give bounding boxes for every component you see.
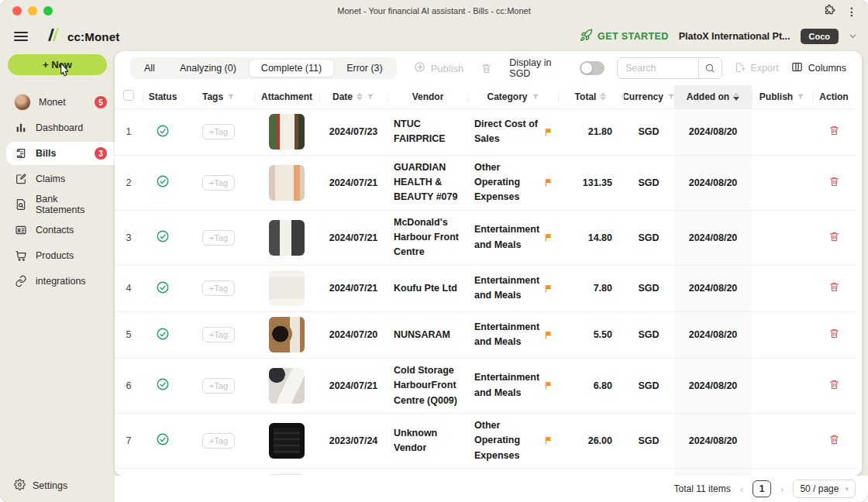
sidebar-item-bank-statements[interactable]: Bank Statements [0, 193, 115, 216]
sidebar-item-dashboard[interactable]: Dashboard [0, 116, 115, 139]
next-page-button[interactable]: › [779, 483, 785, 495]
filter-icon[interactable] [532, 93, 539, 101]
search-icon[interactable] [698, 58, 722, 78]
contacts-icon [14, 224, 28, 236]
close-window-button[interactable] [12, 6, 22, 15]
delete-bill-button[interactable] [828, 125, 840, 136]
table-row[interactable]: 1 +Tag 2024/07/23 NTUC FAIRPRICE Direct … [115, 108, 856, 155]
table-row[interactable]: 8 +Tag 2024/07/17 云上贵州 Subscriptions 68.… [115, 469, 856, 476]
flag-icon[interactable] [543, 127, 553, 137]
status-complete-icon [156, 286, 170, 297]
export-button[interactable]: Export [735, 62, 779, 75]
status-complete-icon [156, 235, 170, 246]
filter-icon[interactable] [367, 93, 374, 101]
user-badge[interactable]: Coco [801, 29, 839, 44]
sidebar-item-bills[interactable]: Bills 3 [6, 142, 115, 165]
menu-icon[interactable] [14, 32, 28, 41]
browser-menu-icon[interactable]: ⋮ [846, 5, 857, 18]
bill-total: 26.00 [588, 435, 612, 446]
filter-icon[interactable] [797, 93, 804, 101]
minimize-window-button[interactable] [28, 6, 37, 15]
get-started-button[interactable]: GET STARTED [580, 29, 669, 44]
table-row[interactable]: 6 +Tag 2024/07/21 Cold Storage HarbourFr… [115, 358, 856, 413]
sidebar-item-claims[interactable]: Claims [0, 167, 115, 191]
prev-page-button[interactable]: ‹ [739, 483, 745, 495]
attachment-thumbnail[interactable] [269, 165, 305, 201]
bill-total: 131.35 [583, 177, 612, 188]
bill-date: 2024/07/21 [329, 283, 378, 294]
sort-icon-active[interactable] [733, 92, 739, 101]
flag-icon[interactable] [543, 330, 553, 340]
new-button[interactable]: + New [8, 54, 107, 75]
table-row[interactable]: 7 +Tag 2023/07/24 Unknown Vendor Other O… [115, 413, 856, 468]
sidebar-item-settings[interactable]: Settings [14, 479, 67, 493]
add-tag-button[interactable]: +Tag [202, 124, 235, 139]
add-tag-button[interactable]: +Tag [202, 280, 235, 296]
col-currency: Currency [622, 91, 663, 102]
flag-icon[interactable] [543, 284, 553, 294]
display-in-sgd-toggle[interactable] [580, 61, 604, 75]
bill-currency: SGD [638, 232, 659, 243]
bill-currency: SGD [638, 177, 659, 188]
attachment-thumbnail[interactable] [269, 368, 305, 404]
flag-icon[interactable] [543, 380, 553, 390]
tab-all[interactable]: All [132, 59, 167, 77]
add-tag-button[interactable]: +Tag [202, 327, 235, 342]
delete-bill-button[interactable] [828, 328, 840, 339]
table-row[interactable]: 4 +Tag 2024/07/21 Koufu Pte Ltd Entertai… [115, 265, 856, 311]
select-all-checkbox[interactable] [123, 90, 134, 101]
delete-bill-button[interactable] [828, 434, 840, 445]
attachment-thumbnail[interactable] [269, 114, 305, 150]
delete-bill-button[interactable] [828, 231, 840, 242]
flag-icon[interactable] [543, 435, 553, 445]
organization-name[interactable]: PlatoX International Pt... [679, 31, 790, 42]
add-tag-button[interactable]: +Tag [202, 175, 235, 191]
brand: cc:Monet [45, 27, 119, 46]
publish-icon [414, 61, 425, 75]
publish-button[interactable]: Publish [414, 61, 464, 75]
sidebar-item-monet[interactable]: Monet 5 [0, 91, 115, 114]
sort-icon[interactable] [356, 92, 363, 101]
sidebar: + New Monet 5 Dashboard Bills 3 [0, 51, 115, 502]
brand-name: cc:Monet [67, 30, 119, 43]
bulk-delete-icon[interactable] [480, 63, 492, 74]
sidebar-item-contacts[interactable]: Contacts [0, 218, 115, 242]
tab-complete[interactable]: Complete (11) [249, 59, 334, 77]
sort-icon[interactable] [600, 92, 606, 101]
attachment-thumbnail[interactable] [269, 317, 305, 352]
page-size-select[interactable]: 50 / page ▾ [793, 480, 856, 498]
add-tag-button[interactable]: +Tag [202, 230, 235, 246]
filter-icon[interactable] [227, 93, 235, 101]
search-input[interactable] [618, 58, 698, 78]
attachment-thumbnail[interactable] [269, 270, 305, 306]
bill-vendor: NTUC FAIRPRICE [394, 119, 446, 144]
tab-analyzing[interactable]: Analyzing (0) [167, 59, 249, 77]
table-row[interactable]: 5 +Tag 2024/07/20 NUNSARAM Entertainment… [115, 311, 856, 358]
attachment-thumbnail[interactable] [269, 220, 305, 256]
sidebar-item-integrations[interactable]: integrations [0, 270, 115, 293]
status-complete-icon [156, 332, 170, 343]
display-in-sgd-label: Display in SGD [509, 57, 574, 79]
bill-currency: SGD [638, 380, 659, 391]
sidebar-item-products[interactable]: Products [0, 244, 115, 267]
table-row[interactable]: 3 +Tag 2024/07/21 McDonald's Harbour Fro… [115, 210, 856, 265]
chevron-down-icon[interactable] [849, 29, 857, 43]
delete-bill-button[interactable] [828, 176, 840, 187]
claims-icon [14, 173, 28, 185]
delete-bill-button[interactable] [828, 281, 840, 293]
attachment-thumbnail[interactable] [269, 423, 305, 459]
add-tag-button[interactable]: +Tag [202, 433, 235, 449]
page-number-button[interactable]: 1 [753, 480, 771, 497]
flag-icon[interactable] [543, 232, 553, 242]
tab-error[interactable]: Error (3) [334, 59, 395, 77]
table-row[interactable]: 2 +Tag 2024/07/21 GUARDIAN HEALTH & BEAU… [115, 155, 856, 210]
zoom-window-button[interactable] [43, 6, 53, 15]
bill-date: 2024/07/23 [329, 126, 378, 137]
extensions-icon[interactable] [824, 4, 835, 19]
add-tag-button[interactable]: +Tag [202, 378, 235, 394]
columns-button[interactable]: Columns [791, 61, 846, 75]
flag-icon[interactable] [543, 177, 553, 187]
bill-currency: SGD [638, 435, 659, 446]
bill-date: 2024/07/21 [329, 177, 378, 188]
delete-bill-button[interactable] [828, 379, 840, 390]
